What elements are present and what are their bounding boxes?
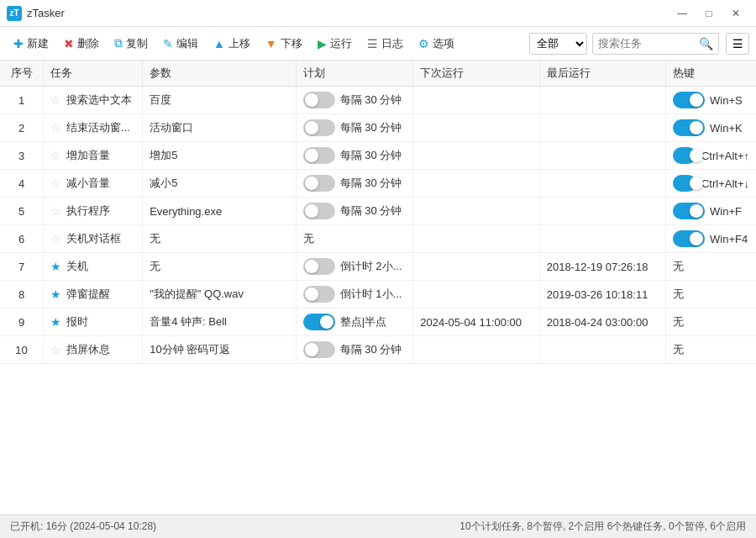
new-button[interactable]: ✚ 新建	[7, 33, 55, 55]
hotkey-toggle[interactable]	[673, 175, 696, 192]
table-row[interactable]: 5☆执行程序Everything.exe每隔 30 分钟Win+F	[0, 198, 756, 225]
table-row[interactable]: 2☆结束活动窗...活动窗口每隔 30 分钟Win+K	[0, 114, 756, 142]
delete-button[interactable]: ✖ 删除	[57, 33, 106, 55]
minimize-button[interactable]: —	[669, 1, 696, 26]
run-button[interactable]: ▶ 运行	[311, 33, 359, 55]
th-hotkey[interactable]: 热键	[666, 61, 756, 87]
cell-task: ☆结束活动窗...	[44, 114, 143, 142]
hotkey-text: Win+K	[710, 122, 743, 134]
log-button[interactable]: ☰ 日志	[360, 33, 410, 55]
th-params[interactable]: 参数	[143, 61, 297, 87]
plan-toggle[interactable]	[303, 92, 335, 108]
th-task[interactable]: 任务	[44, 61, 143, 87]
plan-toggle[interactable]	[303, 203, 335, 219]
plan-text: 每隔 30 分钟	[340, 120, 402, 135]
plan-toggle[interactable]	[303, 314, 335, 330]
cell-hotkey: Win+S	[666, 87, 756, 114]
plan-toggle[interactable]	[303, 258, 335, 275]
copy-label: 复制	[126, 36, 148, 51]
cell-last-run: 2018-12-19 07:26:18	[539, 253, 665, 281]
th-plan[interactable]: 计划	[296, 61, 413, 87]
star-icon[interactable]: ☆	[50, 121, 61, 134]
options-label: 选项	[433, 36, 454, 51]
table-row[interactable]: 8★弹窗提醒"我的提醒" QQ.wav倒计时 1小...2019-03-26 1…	[0, 281, 756, 309]
hotkey-toggle[interactable]	[673, 230, 705, 247]
th-next[interactable]: 下次运行	[413, 61, 539, 87]
cell-hotkey: Win+F4	[666, 225, 756, 253]
edit-button[interactable]: ✎ 编辑	[156, 33, 205, 55]
cell-params: 减小5	[143, 170, 297, 198]
cell-hotkey: 无	[666, 336, 756, 364]
plan-text: 每隔 30 分钟	[340, 176, 402, 191]
cell-last-run: 2019-03-26 10:18:11	[539, 281, 665, 309]
table-header-row: 序号 任务 参数 计划 下次运行 最后运行 热键	[0, 61, 756, 87]
cell-plan: 倒计时 2小...	[296, 253, 413, 281]
cell-seq: 10	[0, 336, 44, 364]
th-last[interactable]: 最后运行	[539, 61, 665, 87]
table-row[interactable]: 1☆搜索选中文本百度每隔 30 分钟Win+S	[0, 87, 756, 114]
plan-toggle[interactable]	[303, 175, 335, 192]
plan-toggle[interactable]	[303, 341, 335, 358]
star-icon[interactable]: ☆	[50, 204, 61, 218]
th-seq: 序号	[0, 61, 44, 87]
hotkey-toggle[interactable]	[673, 92, 705, 108]
plan-toggle[interactable]	[303, 286, 335, 303]
star-icon[interactable]: ★	[50, 287, 61, 301]
plan-toggle[interactable]	[303, 147, 335, 164]
cell-params: "我的提醒" QQ.wav	[143, 281, 297, 309]
table-row[interactable]: 3☆增加音量增加5每隔 30 分钟Ctrl+Alt+↑	[0, 142, 756, 170]
cell-seq: 3	[0, 142, 44, 170]
delete-icon: ✖	[64, 37, 74, 50]
list-view-button[interactable]: ☰	[726, 33, 749, 55]
hotkey-toggle[interactable]	[673, 119, 705, 136]
copy-button[interactable]: ⧉ 复制	[108, 33, 155, 55]
cell-seq: 7	[0, 253, 44, 281]
cell-task: ★报时	[44, 309, 143, 336]
filter-select[interactable]: 全部已启用已停止	[529, 33, 587, 55]
up-button[interactable]: ▲ 上移	[207, 33, 257, 55]
cell-plan: 每隔 30 分钟	[296, 336, 413, 364]
cell-next-run	[413, 142, 539, 170]
run-label: 运行	[330, 36, 352, 51]
star-icon[interactable]: ☆	[50, 177, 61, 190]
plan-text: 倒计时 1小...	[340, 287, 402, 302]
hotkey-text: Ctrl+Alt+↓	[701, 177, 749, 190]
table-row[interactable]: 7★关机无倒计时 2小...2018-12-19 07:26:18无	[0, 253, 756, 281]
hotkey-text: Win+F4	[710, 233, 748, 245]
options-button[interactable]: ⚙ 选项	[412, 33, 461, 55]
star-icon[interactable]: ★	[50, 260, 61, 273]
cell-plan: 每隔 30 分钟	[296, 87, 413, 114]
cell-next-run	[413, 225, 539, 253]
search-icon[interactable]: 🔍	[699, 37, 713, 50]
table-row[interactable]: 6☆关机对话框无无Win+F4	[0, 225, 756, 253]
cell-task: ☆减小音量	[44, 170, 143, 198]
down-button[interactable]: ▼ 下移	[259, 33, 309, 55]
cell-task: ☆增加音量	[44, 142, 143, 170]
close-button[interactable]: ✕	[722, 1, 749, 26]
maximize-button[interactable]: □	[696, 1, 722, 26]
task-name: 挡屏休息	[66, 342, 110, 357]
cell-params: 音量4 钟声: Bell	[143, 309, 297, 336]
cell-params: 增加5	[143, 142, 297, 170]
star-icon[interactable]: ☆	[50, 232, 61, 245]
window-controls: — □ ✕	[669, 1, 749, 26]
star-icon[interactable]: ☆	[50, 149, 61, 162]
table-row[interactable]: 9★报时音量4 钟声: Bell整点|半点2024-05-04 11:00:00…	[0, 309, 756, 336]
plan-text: 整点|半点	[340, 314, 386, 330]
plan-toggle[interactable]	[303, 119, 335, 136]
star-icon[interactable]: ★	[50, 315, 61, 329]
cell-last-run	[539, 114, 665, 142]
table-row[interactable]: 10☆挡屏休息10分钟 密码可返每隔 30 分钟无	[0, 336, 756, 364]
search-input[interactable]	[598, 37, 699, 50]
cell-last-run	[539, 87, 665, 114]
hotkey-toggle[interactable]	[673, 147, 696, 164]
star-icon[interactable]: ☆	[50, 93, 61, 107]
table-row[interactable]: 4☆减小音量减小5每隔 30 分钟Ctrl+Alt+↓	[0, 170, 756, 198]
cell-params: 10分钟 密码可返	[143, 336, 297, 364]
title-bar: zT zTasker — □ ✕	[0, 0, 756, 27]
hotkey-toggle[interactable]	[673, 203, 705, 219]
star-icon[interactable]: ☆	[50, 343, 61, 356]
hotkey-text: 无	[673, 314, 684, 330]
log-label: 日志	[381, 36, 403, 51]
log-icon: ☰	[367, 37, 378, 50]
